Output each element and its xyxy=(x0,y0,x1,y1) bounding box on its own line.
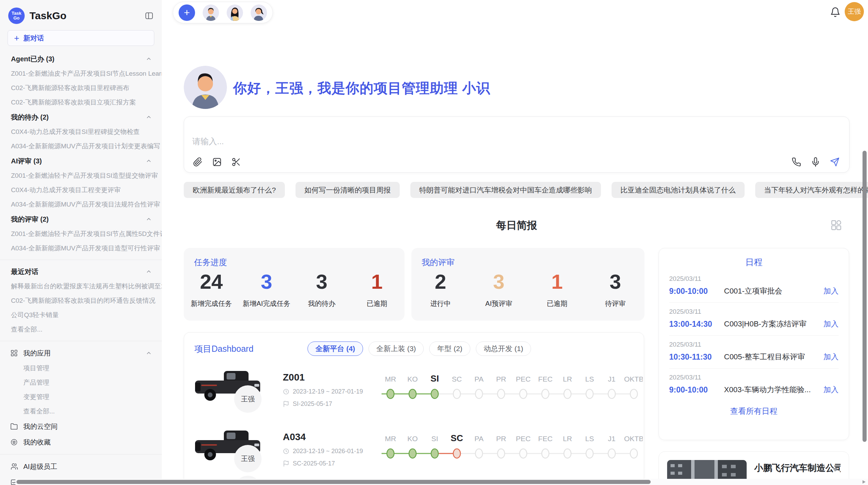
svg-text:OKTB: OKTB xyxy=(624,435,643,443)
sidebar-recent-item[interactable]: 解释最新出台的欧盟报废车法规再生塑料比例被调至15%... xyxy=(0,279,162,294)
sidebar-section-recent[interactable]: 最近对话 xyxy=(0,264,162,279)
send-icon[interactable] xyxy=(830,157,840,167)
project-row[interactable]: 王强Z0012023-12-19 ~ 2027-01-19SI-2025-05-… xyxy=(184,364,644,415)
apps-icon xyxy=(10,349,18,357)
notification-bell-icon[interactable] xyxy=(830,7,841,17)
sidebar-conversation-item[interactable]: C02-飞腾新能源轻客改款项目里程碑画布 xyxy=(0,81,162,95)
vertical-scrollbar-thumb[interactable] xyxy=(863,151,867,442)
sidebar-section-3-label: 我的评审 (2) xyxy=(11,215,49,224)
stat-item: 3AI预评审 xyxy=(470,270,528,308)
sidebar-item-my-apps[interactable]: 我的应用 xyxy=(0,345,162,361)
view-all-schedule-link[interactable]: 查看所有日程 xyxy=(659,406,849,416)
schedule-item: 2025/03/1113:00-14:30C003|H0B-方案冻结评审加入 xyxy=(669,303,839,336)
sidebar-conversation-item[interactable]: Z001-全新燃油皮卡产品开发项目SI节点Lesson Learn报告 xyxy=(0,66,162,81)
svg-text:OKTB: OKTB xyxy=(624,375,643,383)
main-area: + 王强 xyxy=(162,0,868,485)
sidebar-item-favorites[interactable]: 我的收藏 xyxy=(0,434,162,450)
stat-value: 3 xyxy=(294,270,349,294)
horizontal-scrollbar-thumb[interactable] xyxy=(16,480,651,484)
chevron-up-icon xyxy=(145,350,152,357)
stat-value: 24 xyxy=(184,270,239,294)
suggestion-chip[interactable]: 欧洲新规最近颁布了什么? xyxy=(184,182,285,198)
sidebar-divider xyxy=(0,454,162,455)
sidebar-conversation-item[interactable]: A034-全新新能源MUV产品开发项目法规符合性评审 xyxy=(0,197,162,212)
task-progress-card: 任务进度24新增完成任务3新增AI完成任务3我的待办1已逾期 xyxy=(184,248,405,321)
dashboard-tab[interactable]: 动总开发 (1) xyxy=(476,341,531,356)
chevron-up-icon xyxy=(145,268,152,275)
agent-avatar-2[interactable] xyxy=(227,4,243,21)
suggestion-chip[interactable]: 比亚迪全固态电池计划具体说了什么 xyxy=(612,182,745,198)
sidebar-app-subitem[interactable]: 产品管理 xyxy=(0,375,162,390)
schedule-item: 2025/03/1110:30-11:30C005-整车工程目标评审加入 xyxy=(669,336,839,369)
user-avatar[interactable]: 王强 xyxy=(845,2,864,21)
join-meeting-link[interactable]: 加入 xyxy=(823,385,839,395)
sidebar-collapse-icon[interactable] xyxy=(145,11,154,20)
sidebar-conversation-item[interactable]: C0X4-动力总成开发项目SI里程碑提交物检查 xyxy=(0,125,162,139)
sidebar-conversation-item[interactable]: A034-全新新能源MUV产品开发项目计划变更表编写 xyxy=(0,139,162,153)
stat-item: 24新增完成任务 xyxy=(184,270,239,308)
schedule-card: 日程 2025/03/119:00-10:00C001-立项审批会加入2025/… xyxy=(659,248,849,440)
dashboard-tab[interactable]: 年型 (2) xyxy=(429,341,470,356)
sidebar-app-subitem[interactable]: 项目管理 xyxy=(0,361,162,375)
scroll-right-arrow[interactable] xyxy=(863,480,866,484)
sidebar-section-1-label: 我的待办 (2) xyxy=(11,113,49,122)
schedule-item-row: 10:30-11:30C005-整车工程目标评审加入 xyxy=(669,352,839,362)
stat-label: 新增完成任务 xyxy=(184,299,239,308)
sidebar-item-cloud-space[interactable]: 我的云空间 xyxy=(0,419,162,434)
scroll-down-arrow[interactable] xyxy=(832,468,838,472)
project-flag: SC-2025-05-17 xyxy=(283,460,382,467)
join-meeting-link[interactable]: 加入 xyxy=(823,319,839,329)
attachment-icon[interactable] xyxy=(193,157,203,167)
microphone-icon[interactable] xyxy=(811,157,820,167)
stat-value: 1 xyxy=(349,270,405,294)
sidebar-section-3[interactable]: 我的评审 (2) xyxy=(0,212,162,227)
brief-layout-icon[interactable] xyxy=(830,219,842,231)
voice-call-icon[interactable] xyxy=(792,157,801,167)
dashboard-tab[interactable]: 全新上装 (3) xyxy=(369,341,424,356)
schedule-title: 日程 xyxy=(659,257,849,268)
sidebar-conversation-item[interactable]: A034-全新新能源MUV产品开发项目造型可行性评审 xyxy=(0,241,162,256)
suggestion-chip[interactable]: 当下年轻人对汽车外观有怎样的喜好趋势 xyxy=(755,182,868,198)
chevron-up-icon xyxy=(145,216,152,223)
suggestion-chip[interactable]: 特朗普可能对进口汽车增税会对中国车企造成哪些影响 xyxy=(410,182,601,198)
sidebar-conversation-item[interactable]: Z001-全新燃油轻卡产品开发项目SI造型提交物评审 xyxy=(0,169,162,183)
sidebar-section-0[interactable]: Agent已办 (3) xyxy=(0,51,162,66)
stat-item: 3新增AI完成任务 xyxy=(239,270,294,308)
sidebar-section-1[interactable]: 我的待办 (2) xyxy=(0,110,162,125)
sidebar-recent-item[interactable]: C02-飞腾新能源轻客改款项目的闭环通告反馈情况 xyxy=(0,294,162,308)
add-agent-button[interactable]: + xyxy=(179,4,195,21)
dashboard-title: 项目Dashboard xyxy=(194,343,253,355)
ai-staff-icon xyxy=(10,463,18,470)
svg-text:SI: SI xyxy=(431,435,438,443)
svg-text:LS: LS xyxy=(585,435,594,443)
project-row[interactable]: 王强A0342023-12-19 ~ 2026-01-19SC-2025-05-… xyxy=(184,424,644,475)
agent-avatar-3[interactable] xyxy=(251,4,267,21)
screenshot-scissors-icon[interactable] xyxy=(231,157,241,167)
svg-text:PEC: PEC xyxy=(516,435,531,443)
dashboard-tab[interactable]: 全新平台 (4) xyxy=(308,341,363,356)
plus-icon: + xyxy=(14,33,19,43)
suggestion-chip[interactable]: 如何写一份清晰的项目周报 xyxy=(296,182,400,198)
sidebar-section-recent-label: 最近对话 xyxy=(11,267,38,276)
sidebar-recent-item[interactable]: 公司Q3轻卡销量 xyxy=(0,308,162,322)
new-chat-label: 新对话 xyxy=(23,34,44,43)
svg-text:SC: SC xyxy=(451,433,463,443)
svg-text:MR: MR xyxy=(385,435,396,443)
new-chat-button[interactable]: + 新对话 xyxy=(8,30,154,46)
greeting-title: 你好，王强，我是你的项目管理助理 小识 xyxy=(233,79,490,98)
chat-input[interactable] xyxy=(192,136,707,152)
join-meeting-link[interactable]: 加入 xyxy=(823,286,839,296)
image-icon[interactable] xyxy=(212,157,222,167)
sidebar-conversation-item[interactable]: C02-飞腾新能源轻客改款项目立项汇报方案 xyxy=(0,95,162,110)
sidebar-item-ai-staff[interactable]: AI超级员工 xyxy=(0,459,162,474)
agent-avatar-1[interactable] xyxy=(203,4,219,21)
project-code: A034 xyxy=(283,432,382,443)
sidebar-conversation-item[interactable]: Z001-全新燃油轻卡产品开发项目SI节点属性5D文件评审 xyxy=(0,227,162,241)
sidebar-conversation-item[interactable]: C0X4-动力总成开发项目工程变更评审 xyxy=(0,183,162,197)
sidebar-app-subitem[interactable]: 变更管理 xyxy=(0,390,162,404)
sidebar-recent-item[interactable]: 查看全部... xyxy=(0,322,162,337)
app-title: TaskGo xyxy=(29,10,145,22)
sidebar-app-subitem[interactable]: 查看全部... xyxy=(0,404,162,419)
sidebar-section-2[interactable]: AI评审 (3) xyxy=(0,153,162,169)
join-meeting-link[interactable]: 加入 xyxy=(823,352,839,362)
